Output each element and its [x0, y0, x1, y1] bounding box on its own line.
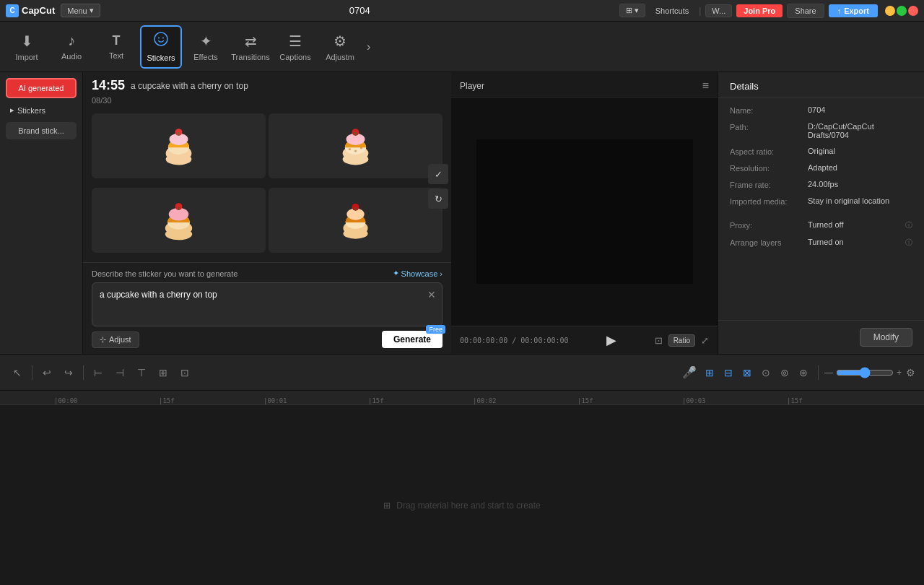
- mic-button[interactable]: 🎤: [682, 365, 697, 379]
- sidebar: AI generated ▸ Stickers Brand stick...: [0, 72, 83, 354]
- timeline-content: [0, 405, 924, 433]
- sidebar-stickers-section[interactable]: ▸ Stickers: [6, 103, 77, 118]
- adjust-button[interactable]: ⊹ Adjust: [92, 332, 139, 348]
- drag-label: Drag material here and start to create: [396, 500, 540, 511]
- generate-input-wrap: ✕: [92, 282, 443, 326]
- workspace-button[interactable]: W...: [705, 4, 732, 17]
- ruler-mark-5: |15f: [578, 397, 593, 404]
- generate-label: Describe the sticker you want to generat…: [92, 269, 443, 278]
- track-btn-6[interactable]: ⊛: [795, 364, 812, 381]
- separator-2: [83, 365, 84, 380]
- brand-stick-button[interactable]: Brand stick...: [6, 122, 77, 139]
- redo-button[interactable]: ↪: [60, 364, 77, 381]
- details-panel: Details Name: 0704 Path: D:/CapCut/CapCu…: [718, 72, 924, 354]
- zoom-fit-button[interactable]: ⊡: [176, 364, 193, 381]
- zoom-plus: +: [897, 368, 902, 378]
- refresh-action-button[interactable]: ↻: [428, 188, 448, 209]
- menu-button[interactable]: Menu ▾: [61, 4, 100, 17]
- close-button[interactable]: [908, 6, 918, 16]
- search-query-display: a cupcake with a cherry on top: [131, 81, 248, 91]
- player-canvas: [451, 98, 718, 326]
- arrange-layers-info-icon[interactable]: ⓘ: [905, 238, 912, 248]
- detail-frame-rate: Frame rate: 24.00fps: [730, 180, 912, 189]
- share-button[interactable]: Share: [787, 4, 824, 18]
- toolbar-import[interactable]: ⬇ Import: [6, 25, 48, 69]
- showcase-link[interactable]: ✦ Showcase ›: [393, 269, 443, 278]
- modify-button[interactable]: Modify: [860, 328, 912, 347]
- track-btn-1[interactable]: ⊞: [701, 364, 718, 381]
- text-icon: T: [113, 33, 121, 48]
- track-btn-3[interactable]: ⊠: [738, 364, 756, 381]
- content-header: 14:55 a cupcake with a cherry on top: [83, 72, 451, 96]
- adjustm-icon: ⚙: [334, 32, 346, 50]
- track-btn-2[interactable]: ⊟: [720, 364, 737, 381]
- join-pro-button[interactable]: Join Pro: [736, 4, 783, 17]
- camera-button[interactable]: ⊡: [655, 334, 663, 347]
- detail-path: Path: D:/CapCut/CapCut Drafts/0704: [730, 122, 912, 139]
- side-actions: ✓ ↻: [428, 164, 448, 209]
- toolbar-transitions[interactable]: ⇄ Transitions: [230, 25, 271, 69]
- zoom-control: — +: [824, 367, 902, 378]
- shortcuts-button[interactable]: Shortcuts: [650, 5, 694, 17]
- ai-generated-button[interactable]: AI generated: [6, 78, 77, 98]
- cursor-button[interactable]: ↖: [9, 364, 26, 381]
- toolbar-more[interactable]: ›: [364, 38, 373, 56]
- export-button[interactable]: ↑ Export: [829, 4, 878, 17]
- minimize-button[interactable]: [885, 6, 895, 16]
- sticker-item-3[interactable]: [92, 188, 266, 253]
- toolbar-effects[interactable]: ✦ Effects: [185, 25, 227, 69]
- toolbar-captions[interactable]: ☰ Captions: [274, 25, 316, 69]
- ruler-mark-3: |15f: [368, 397, 384, 404]
- toolbar-text[interactable]: T Text: [95, 25, 137, 69]
- split-left-button[interactable]: ⊢: [90, 364, 107, 381]
- ratio-button[interactable]: Ratio: [668, 334, 695, 347]
- fullscreen-button[interactable]: ⤢: [701, 334, 709, 347]
- ruler-mark-4: |00:02: [473, 397, 497, 404]
- stickers-icon: [153, 31, 169, 51]
- audio-icon: ♪: [68, 32, 75, 49]
- sticker-grid: [83, 110, 451, 262]
- separator-1: [32, 365, 32, 380]
- logo-icon: C: [6, 4, 19, 17]
- svg-point-0: [154, 32, 167, 46]
- zoom-minus: —: [824, 368, 833, 378]
- track-btn-4[interactable]: ⊙: [757, 364, 775, 381]
- chevron-right-icon: ▸: [10, 105, 14, 115]
- clear-input-button[interactable]: ✕: [427, 289, 436, 300]
- player-panel: Player ≡ 00:00:00:00 / 00:00:00:00 ▶ ⊡ R…: [451, 72, 718, 354]
- separator: |: [699, 6, 701, 16]
- undo-button[interactable]: ↩: [38, 364, 56, 381]
- player-title: Player: [460, 81, 484, 91]
- settings-button[interactable]: ⚙: [906, 367, 915, 378]
- time-display: 00:00:00:00 / 00:00:00:00: [460, 337, 569, 344]
- sticker-item-4[interactable]: [269, 188, 443, 253]
- crop-button[interactable]: ⊞: [154, 364, 172, 381]
- adjust-icon: ⊹: [100, 335, 106, 344]
- play-button[interactable]: ▶: [606, 332, 616, 348]
- generate-input[interactable]: [100, 289, 419, 318]
- separator-3: [818, 365, 819, 380]
- player-menu-button[interactable]: ≡: [702, 79, 709, 92]
- check-action-button[interactable]: ✓: [428, 164, 448, 184]
- generate-btn-wrap: Free Generate: [382, 331, 443, 348]
- svg-point-2: [162, 38, 164, 39]
- proxy-info-icon[interactable]: ⓘ: [905, 220, 912, 230]
- toolbar-stickers[interactable]: Stickers: [140, 25, 182, 69]
- captions-icon: ☰: [289, 32, 302, 50]
- ruler-mark-0: |00:00: [54, 397, 78, 404]
- sticker-item-2[interactable]: [269, 113, 443, 178]
- toolbar-adjustm[interactable]: ⚙ Adjustm: [319, 25, 361, 69]
- toolbar-audio[interactable]: ♪ Audio: [51, 25, 92, 69]
- maximize-button[interactable]: [897, 6, 907, 16]
- track-btn-5[interactable]: ⊚: [776, 364, 793, 381]
- split-button[interactable]: ⊤: [133, 364, 150, 381]
- svg-point-16: [360, 147, 362, 149]
- generate-section: Describe the sticker you want to generat…: [83, 262, 451, 354]
- layout-icon: ⊞: [626, 6, 632, 15]
- topbar: C CapCut Menu ▾ 0704 ⊞ ▾ Shortcuts | W..…: [0, 0, 924, 22]
- workspace-layout-button[interactable]: ⊞ ▾: [619, 4, 645, 17]
- sticker-item-1[interactable]: [92, 113, 266, 178]
- zoom-slider[interactable]: [836, 367, 894, 378]
- main-area: AI generated ▸ Stickers Brand stick... 1…: [0, 72, 924, 354]
- split-center-button[interactable]: ⊣: [111, 364, 128, 381]
